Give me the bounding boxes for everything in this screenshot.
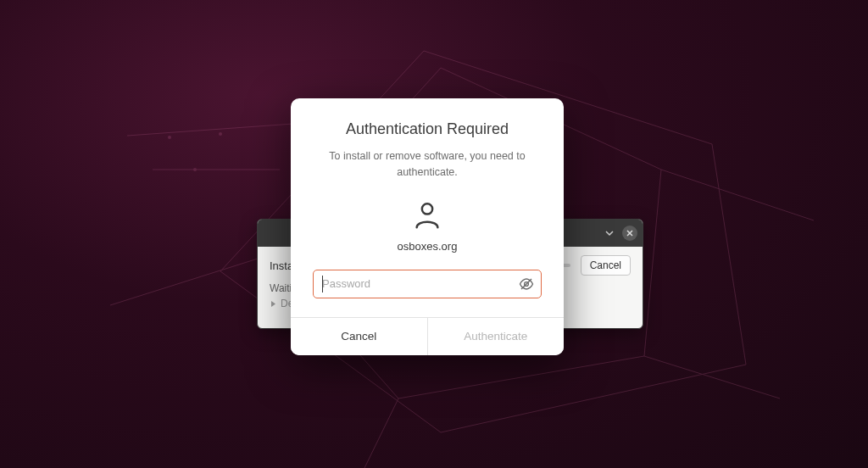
svg-point-7 xyxy=(193,168,197,171)
svg-point-12 xyxy=(422,203,432,214)
svg-line-2 xyxy=(127,123,305,136)
text-cursor xyxy=(322,276,323,292)
close-icon[interactable] xyxy=(622,226,637,241)
dialog-title: Authentication Required xyxy=(313,120,542,138)
chevron-down-icon[interactable] xyxy=(602,226,617,241)
password-input[interactable] xyxy=(322,270,512,298)
dialog-subtitle: To install or remove software, you need … xyxy=(313,148,542,181)
svg-line-11 xyxy=(110,254,271,305)
svg-line-10 xyxy=(364,398,398,468)
svg-point-5 xyxy=(168,136,171,139)
eye-off-icon[interactable] xyxy=(517,275,536,293)
dialog-button-row: Cancel Authenticate xyxy=(291,317,564,355)
triangle-right-icon xyxy=(270,300,277,308)
authentication-dialog: Authentication Required To install or re… xyxy=(291,98,564,355)
cancel-button[interactable]: Cancel xyxy=(291,318,427,355)
dialog-username: osboxes.org xyxy=(313,240,542,253)
svg-point-4 xyxy=(219,132,222,136)
authenticate-button[interactable]: Authenticate xyxy=(427,318,565,355)
install-cancel-button[interactable]: Cancel xyxy=(581,255,631,276)
svg-line-9 xyxy=(644,356,780,398)
svg-line-8 xyxy=(661,170,814,220)
password-field-wrap xyxy=(313,270,542,298)
user-avatar-icon xyxy=(313,199,542,231)
